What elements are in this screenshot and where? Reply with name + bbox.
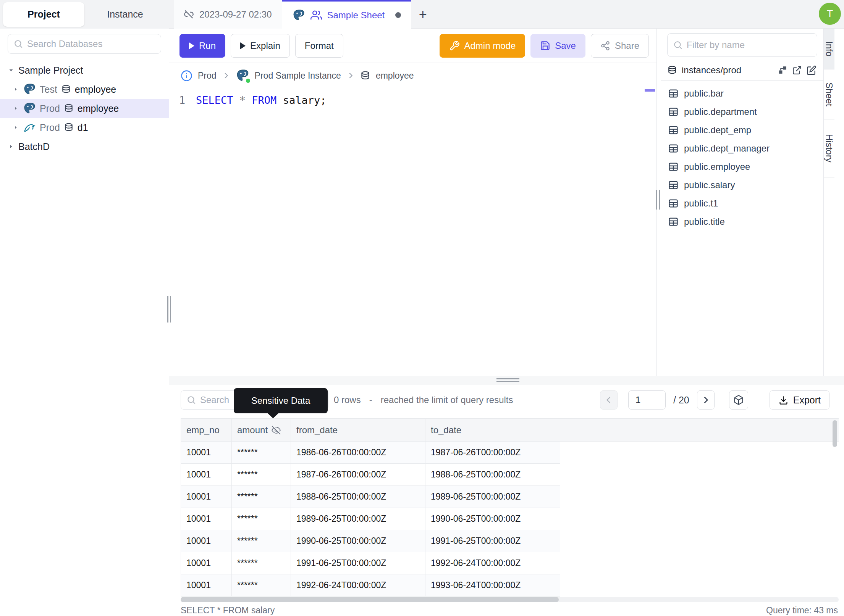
table-row[interactable]: 10001 ****** 1992-06-24T00:00:00Z 1993-0… (181, 574, 560, 597)
data-format-button[interactable] (729, 390, 748, 410)
tab-sheet[interactable]: Sheet (824, 69, 834, 119)
table-item[interactable]: public.title (661, 213, 823, 231)
table-item[interactable]: public.salary (661, 176, 823, 194)
breadcrumb-environment[interactable]: Prod (198, 71, 217, 81)
column-header-from-date[interactable]: from_date (291, 419, 425, 441)
explain-button[interactable]: Explain (231, 34, 290, 58)
cell-amount-masked[interactable]: ****** (232, 574, 291, 597)
horizontal-scrollbar[interactable] (181, 597, 839, 602)
tab-info[interactable]: Info (824, 29, 834, 69)
cell-from-date[interactable]: 1989-06-25T00:00:00Z (291, 508, 425, 530)
cell-emp-no[interactable]: 10001 (181, 530, 232, 552)
cell-to-date[interactable]: 1988-06-25T00:00:00Z (425, 464, 560, 486)
table-row[interactable]: 10001 ****** 1991-06-25T00:00:00Z 1992-0… (181, 552, 560, 574)
tree-item-sample-project[interactable]: Sample Project (0, 61, 169, 80)
cell-from-date[interactable]: 1990-06-25T00:00:00Z (291, 530, 425, 552)
results-actions: / 20 Export (600, 390, 829, 410)
breadcrumb-database[interactable]: employee (376, 71, 414, 81)
results-resize-handle[interactable] (496, 378, 519, 382)
cell-from-date[interactable]: 1991-06-25T00:00:00Z (291, 552, 425, 574)
tab-instance[interactable]: Instance (84, 2, 166, 27)
run-button[interactable]: Run (179, 34, 225, 58)
sidebar-resize-handle[interactable] (167, 296, 171, 323)
caret-down-icon[interactable] (8, 67, 15, 74)
table-row[interactable]: 10001 ****** 1986-06-26T00:00:00Z 1987-0… (181, 442, 560, 464)
tree-item-batchd[interactable]: BatchD (0, 137, 169, 156)
external-link-icon[interactable] (792, 65, 802, 75)
admin-mode-button[interactable]: Admin mode (440, 34, 525, 58)
page-input[interactable] (628, 390, 666, 410)
cell-amount-masked[interactable]: ****** (232, 442, 291, 464)
prev-page-button[interactable] (600, 390, 618, 410)
cell-emp-no[interactable]: 10001 (181, 508, 232, 530)
caret-right-icon[interactable] (12, 105, 19, 111)
table-item[interactable]: public.department (661, 103, 823, 121)
cell-from-date[interactable]: 1992-06-24T00:00:00Z (291, 574, 425, 597)
environment-label: Test (40, 84, 57, 95)
column-header-emp-no[interactable]: emp_no (181, 419, 232, 441)
schema-diagram-icon[interactable] (778, 65, 787, 75)
cell-emp-no[interactable]: 10001 (181, 464, 232, 486)
table-item[interactable]: public.t1 (661, 194, 823, 213)
cell-to-date[interactable]: 1987-06-26T00:00:00Z (425, 442, 560, 464)
table-item[interactable]: public.bar (661, 84, 823, 103)
cell-to-date[interactable]: 1989-06-25T00:00:00Z (425, 486, 560, 508)
caret-right-icon[interactable] (12, 124, 19, 131)
edit-icon[interactable] (807, 65, 817, 75)
cell-emp-no[interactable]: 10001 (181, 486, 232, 508)
cell-amount-masked[interactable]: ****** (232, 464, 291, 486)
tab-project[interactable]: Project (3, 2, 84, 27)
vertical-scrollbar-thumb[interactable] (833, 420, 837, 447)
table-row[interactable]: 10001 ****** 1990-06-25T00:00:00Z 1991-0… (181, 530, 560, 552)
database-search-input[interactable] (27, 39, 155, 49)
sheet-tab-sample-sheet[interactable]: Sample Sheet (282, 0, 412, 29)
export-button[interactable]: Export (770, 390, 829, 410)
next-page-button[interactable] (697, 390, 715, 410)
database-search[interactable] (8, 34, 161, 54)
cell-to-date[interactable]: 1993-06-24T00:00:00Z (425, 574, 560, 597)
table-row[interactable]: 10001 ****** 1988-06-25T00:00:00Z 1989-0… (181, 486, 560, 508)
cell-amount-masked[interactable]: ****** (232, 552, 291, 574)
table-item[interactable]: public.dept_emp (661, 121, 823, 139)
cell-emp-no[interactable]: 10001 (181, 552, 232, 574)
cell-to-date[interactable]: 1990-06-25T00:00:00Z (425, 508, 560, 530)
info-icon[interactable] (181, 70, 192, 82)
share-icon (600, 41, 610, 51)
format-button[interactable]: Format (295, 34, 343, 58)
table-item[interactable]: public.employee (661, 158, 823, 176)
column-header-amount[interactable]: amount (232, 419, 291, 441)
caret-right-icon[interactable] (12, 86, 19, 92)
share-button[interactable]: Share (591, 34, 649, 58)
save-button[interactable]: Save (530, 34, 585, 58)
table-row[interactable]: 10001 ****** 1989-06-25T00:00:00Z 1990-0… (181, 508, 560, 530)
format-label: Format (305, 40, 334, 51)
tree-item-prod-employee[interactable]: Prod employee (0, 99, 169, 118)
cell-amount-masked[interactable]: ****** (232, 508, 291, 530)
cell-emp-no[interactable]: 10001 (181, 442, 232, 464)
results-summary: 0 rows - reached the limit of query resu… (334, 390, 513, 410)
tree-item-prod-d1[interactable]: Prod d1 (0, 118, 169, 137)
cell-amount-masked[interactable]: ****** (232, 486, 291, 508)
schema-panel-resize-handle[interactable] (656, 190, 660, 210)
table-filter-input[interactable] (687, 40, 812, 50)
new-tab-button[interactable]: + (411, 0, 434, 29)
table-row[interactable]: 10001 ****** 1987-06-26T00:00:00Z 1988-0… (181, 464, 560, 486)
cell-from-date[interactable]: 1987-06-26T00:00:00Z (291, 464, 425, 486)
horizontal-scrollbar-thumb[interactable] (181, 597, 559, 602)
cell-to-date[interactable]: 1992-06-24T00:00:00Z (425, 552, 560, 574)
cell-from-date[interactable]: 1988-06-25T00:00:00Z (291, 486, 425, 508)
cell-amount-masked[interactable]: ****** (232, 530, 291, 552)
tab-history[interactable]: History (824, 119, 834, 177)
table-item[interactable]: public.dept_manager (661, 139, 823, 158)
cell-to-date[interactable]: 1991-06-25T00:00:00Z (425, 530, 560, 552)
cell-emp-no[interactable]: 10001 (181, 574, 232, 597)
avatar[interactable]: T (819, 3, 841, 25)
tree-item-test-employee[interactable]: Test employee (0, 80, 169, 99)
cell-from-date[interactable]: 1986-06-26T00:00:00Z (291, 442, 425, 464)
sql-editor[interactable]: 1 SELECT * FROM salary; (169, 88, 656, 106)
table-filter[interactable] (667, 33, 817, 57)
sheet-tab-timestamp[interactable]: 2023-09-27 02:30 (174, 0, 282, 29)
breadcrumb-instance[interactable]: Prod Sample Instance (255, 71, 341, 81)
column-header-to-date[interactable]: to_date (425, 419, 560, 441)
caret-right-icon[interactable] (8, 144, 15, 150)
